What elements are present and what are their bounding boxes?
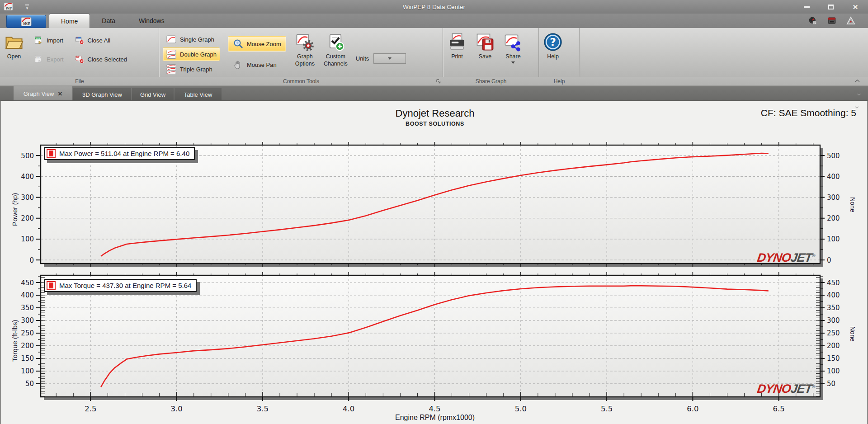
graph-options-icon <box>295 33 314 52</box>
power-ytick-label-right: 100 <box>827 235 840 243</box>
torque-ytick-label-right: 300 <box>827 316 840 325</box>
help-button[interactable]: ?Help <box>542 32 564 61</box>
ribbon-tab-data[interactable]: Data <box>90 14 127 28</box>
rpm-tick-label: 3.5 <box>257 405 269 413</box>
power-ytick-label: 500 <box>21 152 34 160</box>
chevron-down-icon <box>388 57 392 60</box>
units-label: Units <box>356 55 369 62</box>
torque-axis-label: Torque (ft-lbs) <box>11 320 19 362</box>
minimize-icon <box>804 6 810 8</box>
maximize-button[interactable] <box>826 3 835 11</box>
svg-text:CSV: CSV <box>36 38 41 40</box>
gauge-icon[interactable] <box>808 16 817 25</box>
power-ytick-label-right: 400 <box>827 173 840 181</box>
import-button[interactable]: CSVImport <box>31 34 66 46</box>
minimize-button[interactable] <box>802 3 811 11</box>
ribbon-tab-row: W8 HomeDataWindows <box>0 14 868 28</box>
torque-legend[interactable]: Max Torque = 437.30 at Engine RPM = 5.64 <box>44 279 197 292</box>
share-dropdown-arrow-icon[interactable] <box>511 61 515 64</box>
torque-ytick-label: 50 <box>25 380 34 388</box>
open-button[interactable]: Open <box>3 32 25 61</box>
save-button[interactable]: Save <box>474 32 496 61</box>
mouse-zoom-icon <box>233 38 244 49</box>
torque-ytick-label-right: 400 <box>827 291 840 299</box>
custom-channels-button[interactable]: CustomChannels <box>322 32 349 68</box>
button-label: Share <box>505 53 520 61</box>
torque-ytick-label: 250 <box>21 329 34 337</box>
torque-ytick-label-right: 450 <box>827 279 840 287</box>
graph-options-button[interactable]: GraphOptions <box>293 32 316 68</box>
power-ytick-label: 300 <box>21 193 34 202</box>
button-label: GraphOptions <box>295 53 315 67</box>
rpm-tick-label: 3.0 <box>171 405 183 413</box>
print-button[interactable]: Print <box>446 32 468 61</box>
button-label: Close Selected <box>88 56 127 63</box>
torque-plot-area[interactable] <box>41 275 820 397</box>
torque-ytick-label-right: 100 <box>827 367 840 375</box>
device-icon[interactable] <box>827 16 836 25</box>
button-label: Help <box>547 53 559 61</box>
torque-ytick-label: 300 <box>21 316 34 325</box>
power-plot-area[interactable] <box>41 145 820 264</box>
button-label: Print <box>451 53 463 61</box>
maximize-icon <box>828 5 834 9</box>
import-icon: CSV <box>33 35 43 45</box>
torque-ytick-label-right: 150 <box>827 354 840 363</box>
chevron-up-icon[interactable] <box>854 78 861 85</box>
power-ytick-label-right: 200 <box>827 214 840 222</box>
view-tab-graph-view[interactable]: Graph View✕ <box>14 86 72 101</box>
close-all-button[interactable]: Close All <box>72 34 130 46</box>
export-icon: CSV <box>33 54 43 64</box>
torque-ytick-label: 100 <box>21 367 34 375</box>
help-icon: ? <box>543 33 562 52</box>
group-label-share-graph: Share Graph <box>443 77 539 85</box>
print-icon <box>448 33 467 52</box>
mouse-zoom-button[interactable]: Mouse Zoom <box>228 36 286 52</box>
dynojet-logo-bottom: DYNOJET® <box>756 382 816 396</box>
chevron-down-icon[interactable] <box>856 92 862 97</box>
button-label: CustomChannels <box>324 53 348 67</box>
power-ytick-label: 100 <box>21 235 34 243</box>
ribbon-collapse-chevron-up-icon[interactable] <box>854 78 861 86</box>
view-tab-table-view[interactable]: Table View <box>175 88 222 101</box>
ribbon-group-labels: FileCommon ToolsShare GraphHelp <box>0 77 868 86</box>
mouse-pan-button[interactable]: Mouse Pan <box>228 57 286 72</box>
button-label: Export <box>47 56 64 63</box>
app-window: W8 ▾ WinPEP 8 Data Center ✕ W8 HomeDataW… <box>0 0 868 424</box>
torque-ytick-label-right: 50 <box>827 380 835 388</box>
button-label: Double Graph <box>180 51 217 58</box>
export-button[interactable]: CSVExport <box>31 53 66 65</box>
units-control: Units <box>356 53 406 64</box>
view-tab-label: Grid View <box>140 91 165 98</box>
double-graph-button[interactable]: Double Graph <box>163 47 220 61</box>
save-icon <box>476 33 495 52</box>
svg-text:?: ? <box>550 36 556 48</box>
power-ytick-label: 0 <box>29 256 34 264</box>
power-ytick-label-right: 500 <box>827 152 840 160</box>
triple-graph-button[interactable]: Triple Graph <box>163 62 220 76</box>
view-tab-3d-graph-view[interactable]: 3D Graph View <box>73 88 131 101</box>
share-icon <box>504 33 523 52</box>
view-tab-grid-view[interactable]: Grid View <box>132 88 174 101</box>
logo-triangle-icon[interactable] <box>846 16 855 25</box>
close-selected-button[interactable]: Close Selected <box>72 53 130 65</box>
close-button[interactable]: ✕ <box>851 3 860 11</box>
ribbon-tab-windows[interactable]: Windows <box>127 14 176 28</box>
dialog-launcher-icon[interactable] <box>435 78 441 85</box>
application-menu-button[interactable]: W8 <box>6 15 46 28</box>
tab-close-icon[interactable]: ✕ <box>57 90 62 97</box>
power-axis-label: Power (hp) <box>11 193 19 226</box>
ribbon: OpenCSVImportCSVExportClose AllClose Sel… <box>0 28 868 77</box>
share-button[interactable]: Share <box>502 32 524 65</box>
close-selected-icon <box>75 54 85 64</box>
units-dropdown[interactable] <box>373 53 406 64</box>
ribbon-group-help: ?Help <box>539 28 580 77</box>
single-graph-button[interactable]: Single Graph <box>163 33 220 46</box>
power-legend-text: Max Power = 511.04 at Engine RPM = 6.40 <box>59 150 189 157</box>
mouse-pan-icon <box>233 59 244 70</box>
power-legend[interactable]: Max Power = 511.04 at Engine RPM = 6.40 <box>44 147 195 160</box>
group-label-file: File <box>0 77 159 85</box>
ribbon-tab-home[interactable]: Home <box>49 14 90 28</box>
app-logo-icon: W8 <box>21 16 32 27</box>
rpm-tick-label: 6.5 <box>773 405 785 413</box>
